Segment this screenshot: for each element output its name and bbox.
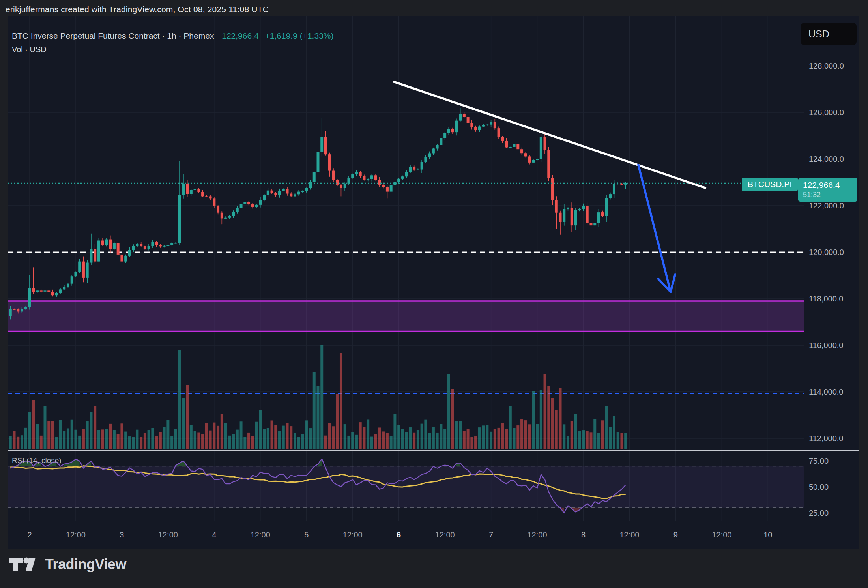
symbol-price-label[interactable]: BTCUSD.PI — [742, 178, 798, 191]
svg-text:4: 4 — [212, 530, 216, 539]
svg-text:112,000.0: 112,000.0 — [809, 434, 844, 443]
svg-text:128,000.0: 128,000.0 — [809, 62, 844, 70]
svg-text:3: 3 — [120, 530, 124, 539]
tradingview-logo-icon[interactable] — [9, 556, 39, 572]
svg-text:114,000.0: 114,000.0 — [809, 388, 844, 396]
currency-toggle-label: USD — [808, 28, 829, 40]
svg-text:5: 5 — [304, 530, 309, 539]
current-price-value: 122,966.4 — [803, 180, 857, 190]
svg-text:25.00: 25.00 — [809, 509, 829, 517]
rsi-pane — [8, 459, 804, 513]
support-zone-drawing[interactable] — [8, 301, 804, 331]
svg-text:75.00: 75.00 — [809, 457, 829, 465]
current-price-axis-label[interactable]: 122,966.4 51:32 — [798, 178, 857, 202]
legend-row-volume[interactable]: Vol · USD — [12, 43, 333, 56]
svg-text:50.00: 50.00 — [809, 483, 829, 491]
svg-text:6: 6 — [397, 530, 401, 539]
svg-text:12:00: 12:00 — [435, 530, 455, 539]
footer: TradingView — [9, 552, 126, 576]
svg-text:9: 9 — [673, 530, 678, 539]
svg-text:12:00: 12:00 — [712, 530, 731, 539]
svg-text:126,000.0: 126,000.0 — [809, 108, 844, 117]
symbol-price-label-text: BTCUSD.PI — [748, 180, 792, 189]
svg-text:12:00: 12:00 — [343, 530, 363, 539]
svg-text:116,000.0: 116,000.0 — [809, 341, 844, 350]
candlestick-series — [9, 108, 627, 319]
attribution-text: erikjuffermans created with TradingView.… — [6, 5, 269, 14]
svg-text:10: 10 — [763, 530, 772, 539]
time-axis[interactable]: 212:00312:00412:00512:00612:00712:00812:… — [27, 530, 772, 539]
svg-text:12:00: 12:00 — [251, 530, 270, 539]
rsi-indicator-label[interactable]: RSI (14, close) — [12, 456, 62, 465]
chart-container: 128,000.0126,000.0124,000.0122,000.0120,… — [8, 16, 859, 549]
volume-indicator-label[interactable]: Vol · USD — [12, 45, 47, 54]
legend-row-symbol[interactable]: BTC Inverse Perpetual Futures Contract ·… — [12, 29, 333, 43]
arrow-drawing[interactable] — [638, 165, 675, 292]
svg-text:12:00: 12:00 — [619, 530, 639, 539]
bar-countdown: 51:32 — [803, 190, 857, 200]
svg-text:118,000.0: 118,000.0 — [809, 294, 844, 303]
svg-text:2: 2 — [27, 530, 32, 539]
symbol-title[interactable]: BTC Inverse Perpetual Futures Contract ·… — [12, 31, 214, 40]
price-axis[interactable]: 128,000.0126,000.0124,000.0122,000.0120,… — [809, 62, 844, 517]
svg-text:120,000.0: 120,000.0 — [809, 248, 844, 257]
tradingview-logo-text[interactable]: TradingView — [45, 556, 126, 573]
legend-last-price: 122,966.4 — [222, 31, 258, 40]
svg-text:7: 7 — [489, 530, 493, 539]
svg-text:122,000.0: 122,000.0 — [809, 201, 844, 210]
currency-toggle-button[interactable]: USD — [801, 23, 857, 45]
svg-text:8: 8 — [581, 530, 586, 539]
chart-canvas[interactable]: 128,000.0126,000.0124,000.0122,000.0120,… — [8, 16, 859, 549]
svg-text:12:00: 12:00 — [66, 530, 86, 539]
svg-text:124,000.0: 124,000.0 — [809, 155, 844, 163]
legend-change: +1,619.9 (+1.33%) — [265, 31, 334, 40]
volume-series — [9, 345, 627, 449]
svg-text:12:00: 12:00 — [528, 530, 547, 539]
chart-legend[interactable]: BTC Inverse Perpetual Futures Contract ·… — [12, 29, 333, 56]
svg-text:12:00: 12:00 — [158, 530, 178, 539]
